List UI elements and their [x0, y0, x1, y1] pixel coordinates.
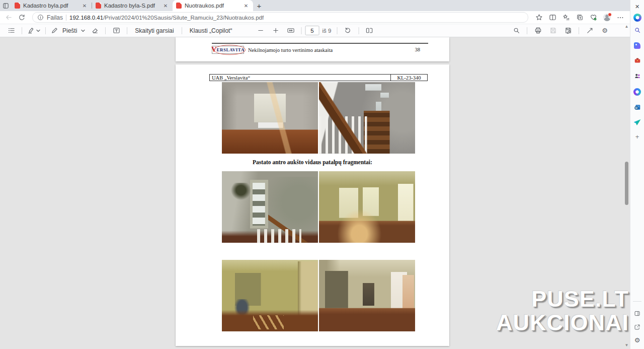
photo-row-3: [222, 260, 415, 331]
photo-staircase: [319, 82, 415, 154]
avatar: [603, 14, 611, 21]
scroll-up-icon[interactable]: ▲: [624, 24, 629, 29]
url-text: 192.168.0.41/Privat/2024/01%20Sausis/Sil…: [69, 15, 264, 21]
copilot-icon[interactable]: [632, 13, 642, 23]
eraser-icon[interactable]: [88, 25, 102, 36]
footer-rule: [212, 43, 428, 44]
url-path: /Privat/2024/01%20Sausis/Silute_Ramuciu_…: [103, 15, 264, 21]
url-scheme-label: Failas: [47, 14, 63, 21]
outlook-icon[interactable]: [632, 102, 642, 112]
browser-essentials-icon[interactable]: [588, 13, 599, 23]
sidebar-panel-icon[interactable]: [632, 308, 642, 318]
zoom-out-icon[interactable]: [254, 25, 268, 36]
page-header-table: UAB „Verslavita“ KL-23-340: [209, 74, 428, 81]
page-view-icon[interactable]: [362, 25, 376, 36]
info-icon[interactable]: [37, 14, 44, 21]
people-icon[interactable]: [632, 71, 642, 81]
new-tab-button[interactable]: +: [253, 0, 265, 11]
favorite-star-icon[interactable]: [533, 13, 544, 23]
pdf-toolbar-right: ⚙: [509, 25, 612, 36]
watermark-line-2: AUKCIONAI: [496, 311, 629, 334]
search-document-icon[interactable]: [509, 25, 523, 36]
logo-initial: V: [211, 46, 216, 53]
scroll-down-icon[interactable]: ▼: [624, 343, 629, 347]
photo-row-1: [222, 82, 415, 154]
tab-close-icon[interactable]: ✕: [81, 2, 88, 9]
read-aloud-button[interactable]: Skaityti garsiai: [131, 25, 178, 36]
logo-text: ERSLAVITA: [216, 47, 244, 52]
tab-close-icon[interactable]: ✕: [162, 2, 169, 9]
photo-room-window: [222, 82, 318, 154]
verslavita-logo: VERSLAVITA: [212, 46, 244, 54]
photo-corridor: [319, 260, 415, 331]
pdf-file-icon: [176, 3, 182, 9]
ask-copilot-button[interactable]: Klausti „Copilot“: [186, 25, 236, 36]
add-sidebar-app-icon[interactable]: +: [632, 131, 642, 142]
save-as-icon[interactable]: [561, 25, 575, 36]
puse-lt-watermark: PUSE.LT AUKCIONAI: [496, 287, 629, 334]
toolbar-divider: [358, 27, 359, 34]
save-icon: [546, 25, 560, 36]
url-field[interactable]: Failas 192.168.0.41/Privat/2024/01%20Sau…: [32, 12, 528, 23]
ask-copilot-label: Klausti „Copilot“: [187, 27, 235, 34]
add-text-icon[interactable]: [109, 25, 123, 36]
tab-nuotraukos-active[interactable]: Nuotraukos.pdf ✕: [173, 0, 253, 11]
read-aloud-label: Skaityti garsiai: [132, 27, 176, 34]
toolbar-divider: [45, 27, 46, 34]
header-code-cell: KL-23-340: [390, 75, 427, 81]
print-icon[interactable]: [531, 25, 545, 36]
pdf-file-icon: [96, 3, 101, 9]
back-icon: [3, 13, 14, 23]
table-of-contents-icon[interactable]: [4, 25, 18, 36]
draw-label: Piešti: [60, 27, 79, 34]
sidebar-search-icon[interactable]: [632, 25, 642, 35]
pdf-page-4-fragment: VERSLAVITA Nekilnojamojo turto vertinimo…: [176, 37, 449, 61]
page-number-input[interactable]: [305, 26, 319, 35]
fullscreen-icon[interactable]: [583, 25, 597, 36]
toolbar-divider: [579, 27, 579, 34]
highlighter-icon[interactable]: [26, 25, 42, 36]
designer-ring-icon[interactable]: [632, 87, 642, 97]
pdf-toolbar-center: iš 9: [254, 25, 377, 36]
close-icon[interactable]: ✕: [632, 2, 642, 12]
fit-to-width-icon[interactable]: [284, 25, 298, 36]
shopping-tag-icon[interactable]: [632, 40, 642, 50]
chevron-down-icon: [36, 29, 40, 32]
photo-yellow-room: [222, 260, 318, 331]
report-title: Nekilnojamojo turto vertinimo ataskaita: [248, 47, 333, 53]
pdf-settings-gear-icon[interactable]: ⚙: [598, 25, 612, 36]
url-host: 192.168.0.41: [69, 15, 103, 21]
page-total-label: iš 9: [320, 28, 334, 34]
tab-search-icon[interactable]: [0, 0, 11, 11]
tab-kadastro-byla-s[interactable]: Kadastro byla-S.pdf ✕: [92, 0, 173, 11]
zoom-in-icon[interactable]: [269, 25, 283, 36]
more-menu-icon[interactable]: [615, 13, 626, 23]
photo-green-room: [319, 171, 415, 243]
drop-plane-icon[interactable]: [632, 117, 642, 127]
pdf-page-5: UAB „Verslavita“ KL-23-340 Pastato antro…: [176, 64, 449, 346]
toolbar-divider: [127, 27, 127, 34]
photos-caption: Pastato antro aukšto vidaus patalpų frag…: [176, 159, 449, 165]
open-external-icon[interactable]: [632, 322, 642, 332]
collections-icon[interactable]: [574, 13, 585, 23]
refresh-icon[interactable]: [16, 13, 27, 23]
address-bar-actions: [533, 13, 627, 23]
tab-label: Nuotraukos.pdf: [185, 3, 239, 9]
pdf-toolbar: Piešti Skaityti garsiai Klausti „Copilot…: [0, 24, 630, 37]
page-number: 38: [415, 47, 421, 52]
scrollbar-thumb[interactable]: [625, 162, 628, 205]
favorites-bar-icon[interactable]: [560, 13, 572, 23]
edge-sidebar: ✕ + ⚙: [630, 0, 644, 349]
rotate-icon[interactable]: [341, 25, 355, 36]
sidebar-settings-gear-icon[interactable]: ⚙: [632, 335, 642, 345]
split-screen-icon[interactable]: [547, 13, 558, 23]
briefcase-icon[interactable]: [632, 55, 642, 65]
tab-close-icon[interactable]: ✕: [243, 2, 250, 9]
draw-button[interactable]: Piešti: [49, 25, 87, 36]
toolbar-divider: [182, 27, 182, 34]
tab-kadastro-byla[interactable]: Kadastro byla.pdf ✕: [11, 0, 92, 11]
header-company-cell: UAB „Verslavita“: [210, 75, 390, 81]
profile-avatar[interactable]: [601, 13, 612, 23]
photo-stairwell-windows: [222, 171, 318, 243]
toolbar-divider: [301, 27, 302, 34]
